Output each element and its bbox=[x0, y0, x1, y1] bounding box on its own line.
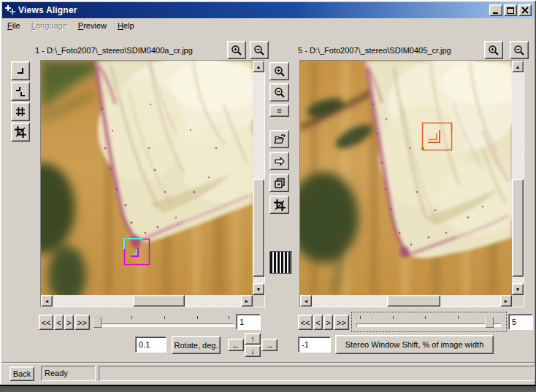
app-window: Views Aligner File Language Preview Help… bbox=[0, 0, 536, 392]
menu-help[interactable]: Help bbox=[113, 20, 139, 31]
right-frame-slider-track[interactable] bbox=[356, 323, 501, 327]
double-crosshair-icon bbox=[15, 106, 26, 118]
scroll-left-icon[interactable]: ◄ bbox=[41, 295, 53, 307]
menu-file[interactable]: File bbox=[3, 20, 25, 31]
titlebar[interactable]: Views Aligner bbox=[2, 2, 534, 18]
slider-tick bbox=[164, 316, 165, 319]
rotate-button[interactable]: Rotate, deg. bbox=[172, 336, 221, 354]
arrow-up-icon: ↑ bbox=[250, 334, 255, 343]
shift-down-button[interactable]: ↓ bbox=[245, 345, 261, 357]
slider-tick bbox=[458, 316, 459, 319]
right-zoom-out-button[interactable] bbox=[510, 41, 529, 59]
scroll-up-icon[interactable]: ▲ bbox=[253, 61, 264, 72]
right-zoom-in-button[interactable] bbox=[484, 41, 503, 59]
right-first-button[interactable]: << bbox=[298, 315, 313, 330]
right-photo-rose bbox=[300, 61, 512, 295]
rotate-angle-field[interactable] bbox=[135, 337, 166, 353]
right-image-title: 5 - D:\_Foto2007\_stereo\SDIM0405_cr.jpg bbox=[298, 46, 451, 55]
left-image-panel: ▲ ▼ ◄ ► bbox=[40, 60, 265, 307]
back-button[interactable]: Back bbox=[9, 366, 34, 381]
right-vertical-scrollbar[interactable]: ▲ ▼ bbox=[512, 61, 524, 295]
scroll-down-icon[interactable]: ▼ bbox=[253, 283, 264, 295]
zoom-out-icon bbox=[253, 45, 265, 56]
left-horizontal-scrollbar[interactable]: ◄ ► bbox=[41, 295, 253, 307]
left-zoom-in-button[interactable] bbox=[227, 41, 246, 59]
scrollbar-corner bbox=[512, 295, 524, 307]
statusbar-separator bbox=[1, 362, 535, 364]
left-frame-slider-track[interactable] bbox=[97, 323, 234, 327]
scrollbar-thumb[interactable] bbox=[133, 295, 185, 307]
left-vertical-scrollbar[interactable]: ▲ ▼ bbox=[253, 61, 264, 295]
crop-icon bbox=[274, 199, 286, 211]
shift-left-button[interactable]: ← bbox=[228, 339, 244, 351]
scrollbar-thumb[interactable] bbox=[512, 179, 524, 277]
scrollbar-thumb[interactable] bbox=[253, 179, 264, 277]
arrow-down-icon: ↓ bbox=[250, 347, 255, 356]
arrow-right-icon bbox=[274, 155, 286, 167]
right-image-panel: ▲ ▼ ◄ ► bbox=[299, 60, 524, 307]
left-zoom-out-button[interactable] bbox=[250, 41, 269, 59]
crop-icon bbox=[15, 126, 26, 138]
left-frame-number-field[interactable] bbox=[236, 314, 261, 330]
left-next-button[interactable]: > bbox=[64, 315, 74, 330]
two-corner-marks-icon bbox=[15, 85, 26, 97]
zoom-in-icon bbox=[488, 45, 499, 56]
arrow-left-icon: ← bbox=[232, 341, 240, 350]
zoom-out-icon bbox=[513, 45, 525, 56]
left-frame-slider-thumb[interactable] bbox=[93, 313, 102, 328]
slider-tick bbox=[229, 316, 229, 319]
scroll-down-icon[interactable]: ▼ bbox=[512, 283, 524, 295]
shift-up-button[interactable]: ↑ bbox=[245, 333, 261, 345]
slider-tick bbox=[197, 316, 198, 319]
corner-mark-icon bbox=[15, 65, 26, 77]
right-frame-number-field[interactable] bbox=[508, 314, 533, 330]
close-button[interactable] bbox=[518, 4, 532, 16]
scrollbar-corner bbox=[253, 295, 264, 307]
left-first-button[interactable]: << bbox=[39, 315, 53, 330]
both-zoom-out-button[interactable] bbox=[269, 83, 289, 101]
equalize-zoom-button[interactable]: = bbox=[269, 104, 289, 117]
stereo-window-shift-button[interactable]: Stereo Window Shift, % of image width bbox=[335, 335, 494, 354]
open-folder-icon bbox=[273, 134, 286, 145]
align-grid-button[interactable] bbox=[11, 102, 30, 121]
both-zoom-in-button[interactable] bbox=[269, 62, 289, 80]
apply-button[interactable] bbox=[269, 152, 289, 170]
scroll-left-icon[interactable]: ◄ bbox=[300, 295, 312, 307]
right-prev-button[interactable]: < bbox=[313, 315, 323, 330]
right-next-button[interactable]: > bbox=[323, 315, 333, 330]
scroll-right-icon[interactable]: ► bbox=[500, 295, 512, 307]
scroll-up-icon[interactable]: ▲ bbox=[512, 61, 524, 72]
shift-right-button[interactable]: → bbox=[261, 339, 277, 351]
status-message: Ready bbox=[41, 366, 96, 381]
menubar: File Language Preview Help bbox=[3, 20, 533, 33]
right-horizontal-scrollbar[interactable]: ◄ ► bbox=[300, 295, 512, 307]
right-last-button[interactable]: >> bbox=[334, 315, 349, 330]
scrollbar-thumb[interactable] bbox=[387, 295, 440, 307]
minimize-button[interactable] bbox=[489, 4, 502, 16]
slider-tick bbox=[131, 316, 132, 319]
left-photo-rose bbox=[41, 61, 253, 295]
maximize-button[interactable] bbox=[504, 4, 517, 16]
scroll-right-icon[interactable]: ► bbox=[241, 295, 253, 307]
align-corner-button[interactable] bbox=[11, 61, 30, 80]
minimize-icon bbox=[491, 6, 500, 15]
menu-language: Language bbox=[27, 20, 72, 31]
slider-tick bbox=[393, 316, 394, 319]
status-extra bbox=[99, 366, 535, 381]
zoom-out-icon bbox=[274, 87, 286, 99]
crop-left-button[interactable] bbox=[11, 123, 30, 142]
menu-preview[interactable]: Preview bbox=[74, 20, 111, 31]
left-image-viewport[interactable] bbox=[41, 61, 253, 295]
left-last-button[interactable]: >> bbox=[74, 315, 90, 330]
left-prev-button[interactable]: < bbox=[54, 315, 64, 330]
crop-both-button[interactable] bbox=[269, 196, 289, 214]
right-slider-focus-rect bbox=[351, 312, 507, 332]
window-bottom-edge bbox=[0, 385, 536, 392]
overlay-views-button[interactable] bbox=[269, 174, 289, 192]
stereogram-stripes-icon[interactable] bbox=[269, 251, 292, 274]
stereo-shift-field[interactable] bbox=[298, 337, 331, 353]
right-image-viewport[interactable] bbox=[300, 61, 512, 295]
maximize-icon bbox=[506, 6, 515, 15]
align-two-corners-button[interactable] bbox=[11, 82, 30, 101]
open-files-button[interactable] bbox=[269, 130, 289, 148]
